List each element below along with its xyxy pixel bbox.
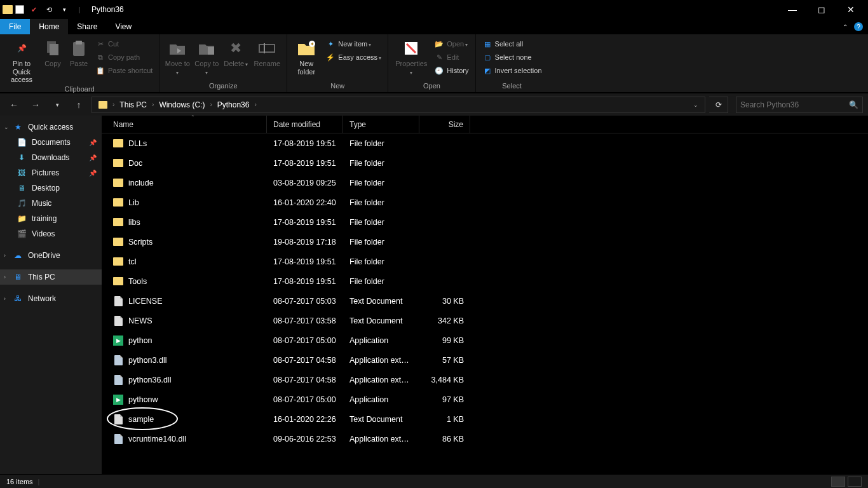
column-header-name[interactable]: Name⌃ <box>102 116 267 133</box>
column-header-type[interactable]: Type <box>343 116 419 133</box>
address-dropdown-icon[interactable]: ⌄ <box>693 102 698 108</box>
chevron-right-icon[interactable]: › <box>152 101 154 108</box>
tab-share[interactable]: Share <box>68 19 106 34</box>
file-name: libs <box>128 218 140 227</box>
file-row[interactable]: ▶python08-07-2017 05:00Application99 KB <box>102 330 868 350</box>
properties-button[interactable]: Properties <box>393 37 429 76</box>
file-row[interactable]: include03-08-2019 09:25File folder <box>102 173 868 193</box>
file-row[interactable]: Lib16-01-2020 22:40File folder <box>102 193 868 212</box>
file-row[interactable]: libs17-08-2019 19:51File folder <box>102 212 868 232</box>
sidebar-item-pictures[interactable]: 🖼Pictures📌 <box>0 165 102 180</box>
crumb-folder[interactable]: Python36 <box>214 100 254 109</box>
status-bar: 16 items | <box>0 474 868 488</box>
file-row[interactable]: Doc17-08-2019 19:51File folder <box>102 153 868 173</box>
tab-file[interactable]: File <box>0 19 30 34</box>
properties-icon <box>401 38 421 58</box>
edit-button[interactable]: ✎Edit <box>433 51 470 63</box>
paste-button[interactable]: Paste <box>67 37 90 68</box>
new-folder-button[interactable]: ✦ New folder <box>292 37 320 76</box>
sidebar-item-videos[interactable]: 🎬Videos <box>0 226 102 241</box>
chevron-down-icon[interactable]: ⌄ <box>4 124 9 130</box>
file-type: File folder <box>343 159 419 168</box>
easy-access-button[interactable]: ⚡Easy access <box>324 51 383 63</box>
refresh-button[interactable]: ⟳ <box>709 97 728 113</box>
sidebar-item-music[interactable]: 🎵Music <box>0 196 102 211</box>
nav-recent-dropdown[interactable]: ▾ <box>48 102 66 108</box>
chevron-right-icon[interactable]: › <box>4 295 6 302</box>
file-row[interactable]: tcl17-08-2019 19:51File folder <box>102 252 868 271</box>
copy-button[interactable]: Copy <box>42 37 64 68</box>
chevron-right-icon[interactable]: › <box>4 274 6 280</box>
sidebar-item-downloads[interactable]: ⬇Downloads📌 <box>0 150 102 165</box>
move-to-button[interactable]: Move to <box>165 37 190 76</box>
main-area: ⌄ ★ Quick access 📄Documents📌⬇Downloads📌🖼… <box>0 116 868 474</box>
file-type: File folder <box>343 238 419 247</box>
chevron-right-icon[interactable]: › <box>112 101 114 108</box>
history-button[interactable]: 🕘History <box>433 65 470 76</box>
crumb-this-pc[interactable]: This PC <box>116 100 151 109</box>
nav-back-button[interactable]: ← <box>5 100 23 110</box>
invert-selection-button[interactable]: ◩Invert selection <box>481 65 543 76</box>
delete-button[interactable]: ✖ Delete <box>223 37 248 68</box>
pin-to-quick-access-button[interactable]: 📌 Pin to Quick access <box>5 37 38 84</box>
new-item-button[interactable]: ✦New item <box>324 38 383 50</box>
chevron-right-icon[interactable]: › <box>210 101 212 108</box>
pin-icon: 📌 <box>89 139 97 146</box>
file-row[interactable]: LICENSE08-07-2017 05:03Text Document30 K… <box>102 291 868 311</box>
search-input[interactable] <box>740 100 849 109</box>
sidebar-item-desktop[interactable]: 🖥Desktop <box>0 180 102 196</box>
file-row[interactable]: NEWS08-07-2017 03:58Text Document342 KB <box>102 311 868 330</box>
file-size: 57 KB <box>419 356 470 365</box>
rename-button[interactable]: Rename <box>252 37 281 68</box>
chevron-right-icon[interactable]: › <box>4 252 6 259</box>
group-label-clipboard: Clipboard <box>5 84 154 95</box>
large-icons-view-button[interactable] <box>848 477 862 487</box>
copy-path-button[interactable]: ⧉Copy path <box>94 51 154 63</box>
sidebar-quick-access[interactable]: ⌄ ★ Quick access <box>0 119 102 135</box>
file-row[interactable]: Scripts19-08-2019 17:18File folder <box>102 232 868 252</box>
chevron-right-icon[interactable]: › <box>254 101 256 108</box>
details-view-button[interactable] <box>831 477 845 487</box>
nav-up-button[interactable]: ↑ <box>70 100 88 110</box>
select-none-button[interactable]: ▢Select none <box>481 51 543 63</box>
file-row[interactable]: DLLs17-08-2019 19:51File folder <box>102 133 868 153</box>
open-button[interactable]: 📂Open <box>433 38 470 50</box>
address-bar[interactable]: › This PC › Windows (C:) › Python36 › ⌄ <box>92 97 705 113</box>
qat-undo-icon[interactable]: ⟲ <box>42 3 56 17</box>
file-row[interactable]: Tools17-08-2019 19:51File folder <box>102 271 868 291</box>
search-box[interactable]: 🔍 <box>736 97 863 113</box>
cut-button[interactable]: ✂Cut <box>94 38 154 50</box>
crumb-drive[interactable]: Windows (C:) <box>155 100 208 109</box>
paste-shortcut-button[interactable]: 📋Paste shortcut <box>94 65 154 76</box>
qat-save-icon[interactable]: ✔ <box>27 3 41 17</box>
maximize-button[interactable]: ◻ <box>807 0 836 19</box>
dll-icon <box>114 434 123 444</box>
file-date: 08-07-2017 05:03 <box>267 297 343 306</box>
file-row[interactable]: python36.dll08-07-2017 04:58Application … <box>102 370 868 390</box>
tab-home[interactable]: Home <box>30 19 68 34</box>
column-header-date[interactable]: Date modified <box>267 116 343 133</box>
column-header-size[interactable]: Size <box>419 116 470 133</box>
folder-icon <box>113 179 123 187</box>
sidebar-this-pc[interactable]: › 🖥 This PC <box>0 269 102 285</box>
search-icon[interactable]: 🔍 <box>849 100 858 109</box>
qat-dropdown-icon[interactable]: ▾ <box>57 3 71 17</box>
copy-to-button[interactable]: Copy to <box>194 37 219 76</box>
sidebar-item-documents[interactable]: 📄Documents📌 <box>0 135 102 150</box>
ribbon-collapse-icon[interactable]: ⌃ <box>843 24 848 30</box>
select-all-button[interactable]: ▦Select all <box>481 38 543 50</box>
file-row[interactable]: vcruntime140.dll09-06-2016 22:53Applicat… <box>102 429 868 449</box>
item-icon: 🎬 <box>17 229 27 239</box>
nav-forward-button[interactable]: → <box>27 100 44 110</box>
file-row[interactable]: ▶pythonw08-07-2017 05:00Application97 KB <box>102 390 868 409</box>
tab-view[interactable]: View <box>106 19 140 34</box>
sidebar-network[interactable]: › 🖧 Network <box>0 291 102 306</box>
sidebar-item-training[interactable]: 📁training <box>0 211 102 226</box>
close-button[interactable]: ✕ <box>836 0 865 19</box>
help-icon[interactable]: ? <box>854 22 863 31</box>
sidebar-onedrive[interactable]: › ☁ OneDrive <box>0 248 102 263</box>
minimize-button[interactable]: — <box>778 0 807 19</box>
file-list[interactable]: DLLs17-08-2019 19:51File folderDoc17-08-… <box>102 133 868 474</box>
file-row[interactable]: python3.dll08-07-2017 04:58Application e… <box>102 350 868 370</box>
file-row[interactable]: sample16-01-2020 22:26Text Document1 KB <box>102 409 868 429</box>
